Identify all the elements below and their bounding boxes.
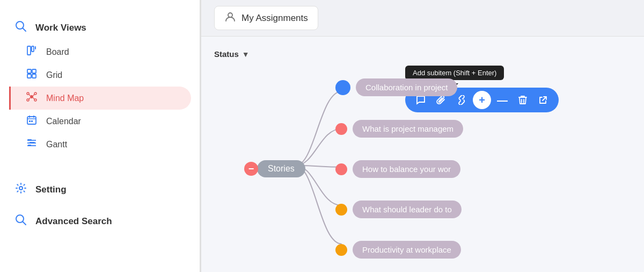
branch-label-4: What should leader do to (353, 201, 462, 218)
sidebar-item-grid[interactable]: Grid (11, 63, 191, 87)
svg-point-11 (34, 92, 36, 95)
minus-button[interactable]: — (493, 91, 511, 109)
branch-label-5: Productivity at workplace (353, 241, 461, 259)
branch-label-1: Collaboration in project (356, 78, 457, 96)
branch-dot-1 (335, 80, 350, 95)
sidebar-advanced-search-item[interactable]: Advanced Search (0, 209, 200, 234)
svg-rect-27 (30, 142, 35, 144)
branch-dot-4 (335, 204, 347, 216)
branch-node-3[interactable]: How to balance your wor (335, 160, 460, 178)
central-node[interactable]: − Stories (244, 160, 305, 177)
svg-point-10 (27, 92, 29, 95)
advanced-search-icon (15, 214, 27, 228)
content-area: Status ▼ Add subitem (Shift + Enter) (201, 37, 644, 272)
branch-node-2[interactable]: What is project managem (335, 120, 463, 138)
grid-label: Grid (46, 70, 62, 80)
toolbar-tooltip: Add subitem (Shift + Enter) (405, 66, 504, 80)
sidebar-item-board[interactable]: Board (11, 40, 191, 63)
header: My Assignments (201, 0, 644, 37)
status-arrow-icon[interactable]: ▼ (242, 50, 250, 59)
branch-label-2: What is project managem (353, 120, 463, 138)
minus-icon: − (248, 163, 254, 175)
branch-label-3: How to balance your wor (353, 160, 460, 178)
sidebar-item-gantt[interactable]: Gantt (11, 133, 191, 156)
gantt-icon (26, 138, 38, 151)
svg-rect-4 (35, 46, 36, 49)
my-assignments-label: My Assignments (241, 13, 308, 24)
grid-icon (26, 68, 38, 82)
branch-node-1[interactable]: Collaboration in project (335, 78, 457, 96)
svg-rect-5 (27, 69, 31, 73)
svg-line-32 (23, 222, 26, 225)
mindmap-icon (26, 91, 38, 105)
svg-line-15 (33, 95, 34, 96)
central-label: Stories (257, 160, 305, 177)
svg-point-12 (27, 99, 29, 101)
setting-icon (15, 182, 27, 197)
mind-map-label: Mind Map (46, 94, 84, 103)
branch-node-4[interactable]: What should leader do to (335, 201, 462, 218)
branch-node-5[interactable]: Productivity at workplace (335, 241, 461, 259)
svg-line-1 (23, 28, 26, 32)
svg-line-17 (33, 98, 34, 99)
work-views-section: Work Views Board (0, 11, 200, 160)
work-views-item[interactable]: Work Views (0, 15, 200, 40)
sidebar-item-calendar[interactable]: Calendar (11, 110, 191, 133)
main-content: My Assignments Status ▼ Add subitem (Shi… (201, 0, 644, 272)
calendar-icon (26, 114, 38, 128)
sub-items-list: Board Grid (0, 40, 200, 156)
status-label: Status (214, 49, 239, 59)
svg-rect-29 (28, 145, 31, 146)
work-views-label: Work Views (35, 23, 86, 33)
open-external-button[interactable] (534, 91, 552, 109)
my-assignments-icon (224, 11, 236, 25)
board-icon (26, 45, 38, 59)
svg-rect-22 (29, 120, 31, 122)
my-assignments-tab[interactable]: My Assignments (214, 6, 318, 30)
svg-rect-7 (27, 74, 31, 78)
calendar-label: Calendar (46, 117, 81, 126)
svg-rect-8 (32, 74, 36, 78)
status-bar: Status ▼ (214, 45, 631, 65)
svg-point-30 (19, 187, 23, 190)
svg-line-14 (29, 95, 30, 96)
svg-rect-3 (32, 46, 34, 52)
svg-rect-2 (27, 46, 31, 55)
svg-rect-6 (32, 69, 36, 73)
search-icon (15, 20, 27, 35)
sidebar-setting-item[interactable]: Setting (0, 177, 200, 202)
svg-line-16 (29, 98, 30, 99)
branch-dot-5 (335, 244, 347, 256)
svg-point-13 (34, 99, 36, 101)
sidebar: Work Views Board (0, 0, 201, 272)
svg-point-33 (228, 13, 232, 17)
board-label: Board (46, 47, 69, 57)
collapse-button[interactable]: − (244, 162, 258, 176)
gantt-label: Gantt (46, 140, 67, 149)
svg-point-9 (30, 95, 33, 98)
setting-label: Setting (35, 184, 67, 195)
sidebar-item-mind-map[interactable]: Mind Map (9, 87, 191, 110)
branch-dot-3 (335, 163, 347, 175)
advanced-search-label: Advanced Search (35, 216, 112, 227)
delete-button[interactable] (514, 91, 532, 109)
branch-dot-2 (335, 123, 347, 135)
svg-rect-25 (27, 139, 32, 141)
add-subitem-button[interactable]: + (473, 91, 491, 109)
svg-rect-23 (31, 120, 33, 122)
